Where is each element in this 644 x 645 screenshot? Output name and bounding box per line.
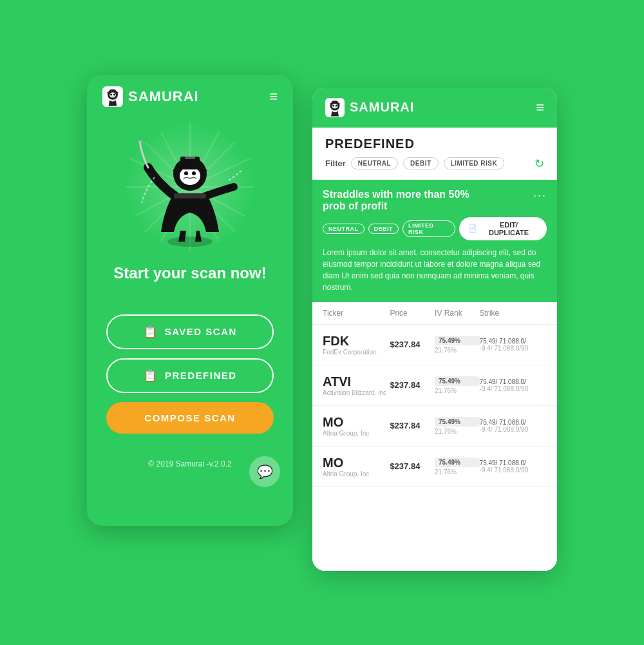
- left-header: SAMURAI ≡: [87, 75, 293, 116]
- logo-left: SAMURAI: [102, 86, 199, 107]
- table-row[interactable]: MO Altria Group, Inc $237.84 75.49% 21.7…: [312, 447, 557, 487]
- card-description: Lorem ipsum dolor sit amet, consectetur …: [323, 247, 547, 293]
- filter-row: Filter NEUTRAL DEBIT LIMITED RISK ↻: [325, 157, 544, 171]
- hamburger-menu-left[interactable]: ≡: [269, 90, 278, 104]
- filter-label: Filter: [325, 159, 346, 168]
- strike-1: 75.49/ 71.088.0/ -9.4/ 71.088.0/90: [480, 378, 547, 392]
- table-row[interactable]: MO Altria Group, Inc $237.84 75.49% 21.7…: [312, 406, 557, 447]
- compose-scan-label: COMPOSE SCAN: [144, 412, 235, 423]
- price-0: $237.84: [390, 340, 435, 349]
- price-3: $237.84: [390, 461, 435, 471]
- table-row[interactable]: ATVI Activision Blizzard, inc $237.84 75…: [312, 365, 557, 406]
- svg-rect-36: [332, 101, 338, 103]
- hero-section: Start your scan now!: [87, 116, 293, 314]
- hamburger-menu-right[interactable]: ≡: [536, 101, 544, 115]
- iv-val-0: 21.76%: [435, 347, 480, 354]
- saved-scan-button[interactable]: 📋 SAVED SCAN: [106, 314, 274, 349]
- strike-0: 75.49/ 71.088.0/ -9.4/ 71.088.0/90: [480, 338, 547, 352]
- card-tag-debit: DEBIT: [368, 224, 399, 234]
- filter-tag-limited-risk[interactable]: LIMITED RISK: [444, 157, 505, 169]
- ticker-cell-2: MO Altria Group, Inc: [323, 415, 390, 437]
- price-1: $237.84: [390, 380, 435, 390]
- table-row[interactable]: FDK FedEx Corporation $237.84 75.49% 21.…: [312, 325, 557, 365]
- col-strike: Strike: [480, 309, 547, 318]
- svg-point-34: [332, 104, 334, 106]
- iv-rank-3: 75.49% 21.76%: [435, 457, 480, 476]
- ticker-symbol-0: FDK: [323, 334, 390, 349]
- col-ticker: Ticker: [323, 309, 390, 318]
- card-header: Straddles with more than 50% prob of pro…: [323, 189, 547, 212]
- svg-point-4: [113, 93, 115, 95]
- buttons-section: 📋 SAVED SCAN 📋 PREDEFINED COMPOSE SCAN: [87, 314, 293, 434]
- filter-tag-neutral[interactable]: NEUTRAL: [351, 157, 398, 169]
- iv-badge-3: 75.49%: [435, 457, 480, 467]
- ticker-cell-0: FDK FedEx Corporation: [323, 334, 390, 356]
- ticker-company-3: Altria Group, Inc: [323, 470, 390, 477]
- col-price: Price: [390, 309, 435, 318]
- svg-rect-5: [109, 89, 116, 91]
- samurai-illustration: [126, 122, 254, 258]
- ticker-symbol-1: ATVI: [323, 374, 390, 389]
- ticker-company-0: FedEx Corporation: [323, 349, 390, 356]
- iv-val-2: 21.76%: [435, 428, 480, 435]
- left-phone-screen: SAMURAI ≡: [87, 75, 293, 526]
- card-tag-limited-risk: LIMITED RISK: [402, 220, 455, 237]
- card-title: Straddles with more than 50% prob of pro…: [323, 189, 490, 212]
- scan-card: Straddles with more than 50% prob of pro…: [312, 180, 557, 302]
- svg-rect-29: [185, 157, 195, 159]
- svg-point-26: [184, 171, 188, 175]
- predefined-icon: 📋: [143, 369, 158, 383]
- card-options-button[interactable]: ···: [533, 189, 547, 202]
- edit-duplicate-label: EDIT/ DUPLICATE: [480, 221, 538, 236]
- iv-rank-0: 75.49% 21.76%: [435, 336, 480, 354]
- iv-badge-0: 75.49%: [435, 336, 480, 345]
- ticker-symbol-2: MO: [323, 415, 390, 430]
- compose-scan-button[interactable]: COMPOSE SCAN: [106, 402, 274, 434]
- ticker-company-2: Altria Group, Inc: [323, 430, 390, 437]
- samurai-logo-right-icon: [325, 98, 345, 117]
- iv-rank-1: 75.49% 21.76%: [435, 376, 480, 394]
- strike-3: 75.49/ 71.088.0/ -9.4/ 71.088.0/90: [480, 459, 547, 474]
- right-phone-screen: SAMURAI ≡ PREDEFINED Filter NEUTRAL DEBI…: [312, 88, 557, 571]
- iv-badge-1: 75.49%: [435, 376, 480, 386]
- chat-fab-button[interactable]: 💬: [249, 456, 280, 487]
- copyright-text: © 2019 Samurai -v.2.0.2: [148, 459, 231, 468]
- predefined-header: PREDEFINED Filter NEUTRAL DEBIT LIMITED …: [312, 128, 557, 180]
- iv-badge-2: 75.49%: [435, 417, 480, 427]
- price-2: $237.84: [390, 421, 435, 430]
- iv-val-3: 21.76%: [435, 468, 480, 476]
- svg-point-27: [192, 171, 196, 175]
- samurai-character: [138, 132, 242, 248]
- card-tag-neutral: NEUTRAL: [323, 224, 365, 234]
- logo-text-right: SAMURAI: [350, 100, 414, 115]
- right-header: SAMURAI ≡: [312, 88, 557, 128]
- card-tags: NEUTRAL DEBIT LIMITED RISK 📄 EDIT/ DUPLI…: [323, 217, 547, 240]
- ticker-cell-1: ATVI Activision Blizzard, inc: [323, 374, 390, 396]
- predefined-button[interactable]: 📋 PREDEFINED: [106, 358, 274, 393]
- svg-point-3: [110, 93, 112, 95]
- edit-icon: 📄: [468, 224, 477, 233]
- samurai-logo-icon: [102, 86, 123, 107]
- svg-point-23: [167, 236, 213, 247]
- predefined-title: PREDEFINED: [325, 137, 544, 151]
- ticker-cell-3: MO Altria Group, Inc: [323, 456, 390, 477]
- svg-point-25: [180, 167, 200, 185]
- iv-rank-2: 75.49% 21.76%: [435, 417, 480, 435]
- hero-tagline: Start your scan now!: [113, 264, 266, 282]
- chat-icon: 💬: [257, 464, 273, 479]
- filter-tag-debit[interactable]: DEBIT: [403, 157, 439, 169]
- refresh-icon[interactable]: ↻: [535, 157, 544, 171]
- results-table: Ticker Price IV Rank Strike FDK FedEx Co…: [312, 302, 557, 571]
- saved-scan-icon: 📋: [143, 325, 158, 339]
- iv-val-1: 21.76%: [435, 387, 480, 394]
- logo-text-left: SAMURAI: [128, 88, 199, 105]
- ticker-company-1: Activision Blizzard, inc: [323, 389, 390, 396]
- edit-duplicate-button[interactable]: 📄 EDIT/ DUPLICATE: [459, 217, 547, 240]
- ticker-symbol-3: MO: [323, 456, 390, 470]
- svg-rect-30: [174, 193, 206, 198]
- predefined-label: PREDEFINED: [165, 370, 237, 381]
- table-header-row: Ticker Price IV Rank Strike: [312, 302, 557, 325]
- svg-point-35: [336, 104, 337, 106]
- strike-2: 75.49/ 71.088.0/ -9.4/ 71.088.0/90: [480, 419, 547, 433]
- logo-right: SAMURAI: [325, 98, 414, 117]
